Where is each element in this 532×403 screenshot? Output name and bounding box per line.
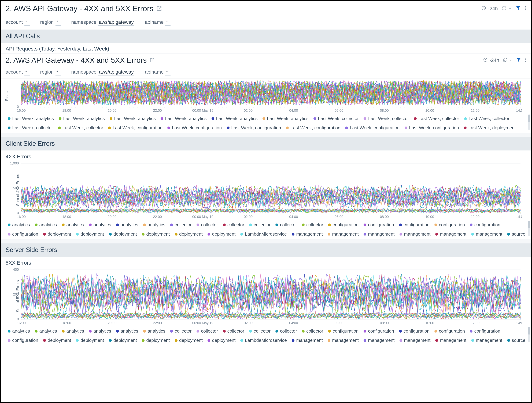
legend-item[interactable]: analytics (62, 222, 84, 228)
legend-item[interactable]: management (364, 231, 395, 237)
legend-item[interactable]: Last Week, deployment (464, 125, 516, 130)
more-menu[interactable] (525, 6, 526, 12)
legend-item[interactable]: Last Week, configuration (405, 125, 459, 130)
filter-region-sticky[interactable]: region * (40, 69, 61, 76)
filter-region[interactable]: region * (40, 20, 61, 26)
legend-item[interactable]: collector (249, 222, 271, 228)
legend-item[interactable]: LambdaMicroservice (240, 338, 287, 343)
legend-item[interactable]: configuration (399, 328, 430, 334)
legend-scrollbar[interactable] (528, 327, 530, 342)
filter-account[interactable]: account * (6, 20, 30, 26)
legend-item[interactable]: analytics (35, 328, 57, 334)
legend-item[interactable]: analytics (8, 222, 30, 228)
legend-item[interactable]: configuration (8, 231, 38, 237)
filter-apiname[interactable]: apiname * (145, 20, 171, 26)
legend-item[interactable]: Last Week, analytics (8, 116, 54, 121)
legend-item[interactable]: Last Week, configuration (167, 125, 222, 130)
legend-item[interactable]: Last Week, analytics (110, 116, 156, 121)
legend-item[interactable]: analytics (116, 328, 138, 334)
legend-item[interactable]: configuration (434, 222, 465, 228)
filter-account-sticky[interactable]: account * (6, 69, 30, 76)
chart-5xx-errors[interactable]: Sum of 5XX Errors 020040016:0018:0020:00… (1, 266, 531, 326)
legend-item[interactable]: configuration (364, 328, 394, 334)
legend-item[interactable]: collector (196, 222, 218, 228)
legend-item[interactable]: deployment (109, 231, 137, 237)
legend-item[interactable]: collector (170, 222, 192, 228)
legend-item[interactable]: Last Week, collector (313, 116, 359, 121)
legend-item[interactable]: source (507, 231, 525, 237)
legend-item[interactable]: configuration (399, 222, 430, 228)
filter-apiname-sticky[interactable]: apiname * (145, 69, 171, 76)
legend-item[interactable]: analytics (143, 222, 165, 228)
legend-item[interactable]: collector (249, 328, 271, 334)
open-external-icon[interactable] (150, 56, 155, 65)
legend-item[interactable]: deployment (142, 231, 170, 237)
legend-item[interactable]: configuration (328, 328, 359, 334)
more-menu-sticky[interactable] (525, 57, 526, 64)
legend-item[interactable]: deployment (175, 231, 203, 237)
legend-item[interactable]: Last Week, collector (464, 116, 509, 121)
legend-item[interactable]: Last Week, collector (58, 125, 103, 130)
legend-item[interactable]: Last Week, analytics (262, 116, 309, 121)
legend-item[interactable]: deployment (175, 338, 203, 343)
legend-item[interactable]: collector (223, 328, 244, 334)
legend-item[interactable]: collector (302, 328, 323, 334)
legend-item[interactable]: configuration (8, 338, 38, 343)
legend-item[interactable]: deployment (43, 231, 71, 237)
filter-toggle-sticky[interactable] (516, 57, 521, 64)
time-range-selector-sticky[interactable]: -24h (483, 58, 499, 63)
legend-item[interactable]: source (507, 338, 525, 343)
legend-item[interactable]: deployment (208, 338, 235, 343)
legend-item[interactable]: analytics (62, 328, 84, 334)
legend-item[interactable]: analytics (35, 222, 57, 228)
legend-item[interactable]: deployment (109, 338, 137, 343)
legend-item[interactable]: deployment (208, 231, 235, 237)
legend-item[interactable]: management (328, 231, 359, 237)
filter-namespace[interactable]: namespace aws/apigateway (71, 20, 134, 26)
legend-item[interactable]: Last Week, configuration (345, 125, 400, 130)
legend-item[interactable]: Last Week, configuration (227, 125, 281, 130)
legend-item[interactable]: deployment (43, 338, 71, 343)
filter-namespace-sticky[interactable]: namespace aws/apigateway (71, 69, 134, 76)
legend-item[interactable]: management (435, 231, 466, 237)
legend-item[interactable]: collector (170, 328, 192, 334)
chart-api-requests[interactable]: Req… 16:0018:0020:0022:0000:00 May 1902:… (1, 78, 531, 113)
legend-scrollbar[interactable] (528, 221, 530, 236)
refresh-dropdown[interactable] (502, 6, 512, 12)
legend-item[interactable]: Last Week, collector (414, 116, 459, 121)
legend-item[interactable]: collector (275, 328, 297, 334)
legend-item[interactable]: deployment (76, 338, 104, 343)
chart-4xx-errors[interactable]: Sum of 4XX Errors 05001,00016:0018:0020:… (1, 160, 531, 220)
legend-item[interactable]: management (399, 231, 431, 237)
refresh-dropdown-sticky[interactable] (503, 58, 513, 63)
legend-item[interactable]: management (399, 338, 431, 343)
legend-item[interactable]: analytics (89, 328, 111, 334)
time-range-selector[interactable]: -24h (481, 6, 498, 12)
legend-item[interactable]: analytics (8, 328, 30, 334)
legend-item[interactable]: Last Week, configuration (108, 125, 163, 130)
legend-scrollbar[interactable] (528, 114, 530, 130)
legend-item[interactable]: analytics (89, 222, 111, 228)
legend-item[interactable]: deployment (142, 338, 170, 343)
legend-item[interactable]: management (471, 338, 502, 343)
legend-item[interactable]: collector (223, 222, 244, 228)
legend-item[interactable]: LambdaMicroservice (240, 231, 287, 237)
legend-item[interactable]: deployment (76, 231, 104, 237)
legend-item[interactable]: Last Week, analytics (212, 116, 258, 121)
legend-item[interactable]: management (364, 338, 395, 343)
legend-item[interactable]: collector (275, 222, 297, 228)
legend-item[interactable]: configuration (364, 222, 394, 228)
legend-item[interactable]: collector (302, 222, 323, 228)
legend-item[interactable]: Last Week, collector (364, 116, 409, 121)
legend-item[interactable]: configuration (470, 328, 500, 334)
legend-item[interactable]: collector (196, 328, 218, 334)
legend-item[interactable]: configuration (434, 328, 465, 334)
legend-item[interactable]: management (328, 338, 359, 343)
legend-item[interactable]: Last Week, analytics (59, 116, 105, 121)
filter-toggle[interactable] (516, 6, 521, 12)
legend-item[interactable]: management (292, 338, 323, 343)
legend-item[interactable]: management (471, 231, 502, 237)
legend-item[interactable]: Last Week, configuration (286, 125, 340, 130)
legend-item[interactable]: Last Week, collector (8, 125, 53, 130)
legend-item[interactable]: configuration (470, 222, 500, 228)
